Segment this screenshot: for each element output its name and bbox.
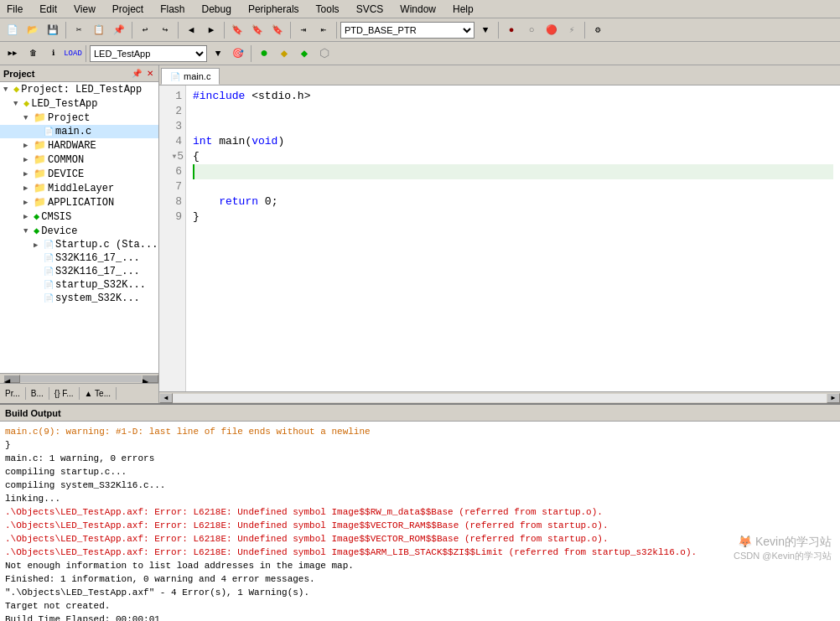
load-btn[interactable]: LOAD (64, 44, 82, 63)
open-btn[interactable]: 📂 (23, 21, 42, 39)
flash-btn[interactable]: ⚡ (563, 21, 581, 39)
sep4 (224, 22, 225, 39)
panel-close-btn[interactable]: ✕ (145, 69, 155, 78)
tree-cmsis-label: CMSIS (41, 211, 71, 223)
redo-btn[interactable]: ↪ (156, 21, 174, 39)
outdent-btn[interactable]: ⇤ (314, 21, 333, 39)
tree-hardware[interactable]: ▶ 📁 HARDWARE (0, 138, 158, 153)
expander-icon: ▶ (23, 141, 34, 150)
menu-project[interactable]: Project (109, 3, 147, 16)
build-line-10: .\Objects\LED_TestApp.axf: Error: L6218E… (5, 546, 835, 559)
tab-project[interactable]: Pr... (0, 387, 26, 400)
expander-icon: ▶ (23, 184, 34, 193)
cut-btn[interactable]: ✂ (70, 21, 88, 39)
tree-s32k-2[interactable]: 📄 S32K116_17_... (0, 265, 158, 278)
tree-scroll-right[interactable]: ▶ (142, 375, 158, 383)
tree-system-s32k[interactable]: 📄 system_S32K... (0, 292, 158, 305)
tree-application[interactable]: ▶ 📁 APPLICATION (0, 195, 158, 210)
menu-tools[interactable]: Tools (313, 3, 343, 16)
menu-window[interactable]: Window (397, 3, 439, 16)
debug-btn[interactable]: 🔴 (542, 21, 561, 39)
line-num-4: 4 (159, 134, 185, 149)
tree-scroll-left[interactable]: ◀ (3, 375, 20, 383)
target-settings-btn[interactable]: 🎯 (229, 44, 247, 63)
build-line-7: .\Objects\LED_TestApp.axf: Error: L6218E… (5, 505, 835, 519)
bookmark2-btn[interactable]: 🔖 (248, 21, 267, 39)
diamond-btn[interactable]: ◆ (275, 44, 293, 63)
file-icon: 📄 (44, 240, 54, 250)
menu-file[interactable]: File (3, 3, 26, 16)
panel-title: Project 📌 ✕ (0, 65, 158, 82)
scroll-right-btn[interactable]: ▶ (827, 393, 840, 403)
combo-arrow[interactable]: ▼ (476, 21, 495, 39)
build-line-12: Finished: 1 information, 0 warning and 4… (5, 572, 835, 586)
settings-btn[interactable]: ⚙ (589, 21, 607, 39)
tree-led-testapp[interactable]: ▼ ◆ LED_TestApp (0, 96, 158, 111)
build-output-content[interactable]: main.c(9): warning: #1-D: last line of f… (0, 422, 840, 621)
menu-view[interactable]: View (70, 3, 99, 16)
tab-functions[interactable]: {} F... (49, 387, 80, 400)
copy-btn[interactable]: 📋 (90, 21, 108, 39)
sep8 (584, 22, 585, 39)
scroll-left-btn[interactable]: ◀ (159, 393, 173, 403)
panel-pin-btn[interactable]: 📌 (130, 69, 143, 78)
target-combo[interactable]: PTD_BASE_PTR (340, 22, 474, 39)
menu-peripherals[interactable]: Peripherals (245, 3, 303, 16)
green-circle-btn[interactable]: ● (255, 44, 273, 63)
nav-back-btn[interactable]: ◀ (182, 21, 200, 39)
folder-icon: 📁 (34, 153, 46, 166)
indent-btn[interactable]: ⇥ (294, 21, 313, 39)
nav-fwd-btn[interactable]: ▶ (202, 21, 220, 39)
expander-icon: ▶ (23, 169, 34, 179)
bookmark3-btn[interactable]: 🔖 (268, 21, 287, 39)
folder-icon: 📁 (34, 139, 46, 152)
tab-books[interactable]: B... (26, 387, 49, 400)
menu-flash[interactable]: Flash (157, 3, 188, 16)
stop-btn[interactable]: ○ (522, 21, 541, 39)
bookmark-btn[interactable]: 🔖 (228, 21, 246, 39)
code-editor[interactable]: 1 2 3 4 ▼5 6 7 8 9 #include <stdio.h> in… (159, 85, 840, 391)
project-combo[interactable]: LED_TestApp (90, 45, 207, 62)
tree-cmsis[interactable]: ▶ ◆ CMSIS (0, 210, 158, 224)
tree-main-c[interactable]: 📄 main.c (0, 125, 158, 138)
green-diamond-btn[interactable]: ◆ (295, 44, 314, 63)
info-btn[interactable]: ℹ (44, 44, 62, 63)
code-line-9: } (193, 210, 833, 225)
save-btn[interactable]: 💾 (44, 21, 62, 39)
tree-project-folder[interactable]: ▼ 📁 Project (0, 111, 158, 125)
menu-svcs[interactable]: SVCS (353, 3, 387, 16)
tree-startup-s32k[interactable]: 📄 startup_S32K... (0, 278, 158, 292)
menu-edit[interactable]: Edit (36, 3, 60, 16)
paste-btn[interactable]: 📌 (110, 21, 128, 39)
tree-startup-s32k-label: startup_S32K... (55, 279, 146, 291)
expander-icon: ▼ (13, 100, 23, 108)
pkg-btn[interactable]: ⬡ (315, 44, 334, 63)
watermark: 🦊 Kevin的学习站 CSDN @Kevin的学习站 (734, 535, 832, 562)
menu-help[interactable]: Help (449, 3, 477, 16)
tab-templates[interactable]: ▲ Te... (80, 387, 117, 400)
tree-middlelayer[interactable]: ▶ 📁 MiddleLayer (0, 181, 158, 195)
editor-tab-main-c[interactable]: 📄 main.c (161, 68, 220, 85)
code-content[interactable]: #include <stdio.h> int main(void) { retu… (186, 85, 840, 391)
build-output-panel: Build Output main.c(9): warning: #1-D: l… (0, 403, 840, 621)
tree-s32k1-label: S32K116_17_... (55, 252, 140, 264)
sep10 (251, 45, 251, 62)
tree-common[interactable]: ▶ 📁 COMMON (0, 153, 158, 167)
build-line-4: compiling startup.c... (5, 465, 835, 479)
tree-project-label: Project: LED_TestApp (21, 84, 142, 96)
tree-project[interactable]: ▼ ◆ Project: LED_TestApp (0, 82, 158, 96)
tree-device-node[interactable]: ▼ ◆ Device (0, 224, 158, 238)
menu-debug[interactable]: Debug (199, 3, 235, 16)
tree-s32k-1[interactable]: 📄 S32K116_17_... (0, 251, 158, 265)
tree-startup-c[interactable]: ▶ 📄 Startup.c (Sta... (0, 238, 158, 251)
sep9 (86, 45, 86, 62)
new-file-btn[interactable]: 📄 (3, 21, 22, 39)
tree-device-folder[interactable]: ▶ 📁 DEVICE (0, 167, 158, 181)
build2-btn[interactable]: ▶▶ (3, 44, 22, 63)
undo-btn[interactable]: ↩ (136, 21, 154, 39)
watermark-line1: 🦊 Kevin的学习站 (734, 535, 832, 550)
clean-btn[interactable]: 🗑 (23, 44, 42, 63)
proj-combo-arrow[interactable]: ▼ (209, 44, 227, 63)
editor-hscroll[interactable]: ◀ ▶ (159, 391, 840, 403)
build-btn[interactable]: ● (502, 21, 521, 39)
